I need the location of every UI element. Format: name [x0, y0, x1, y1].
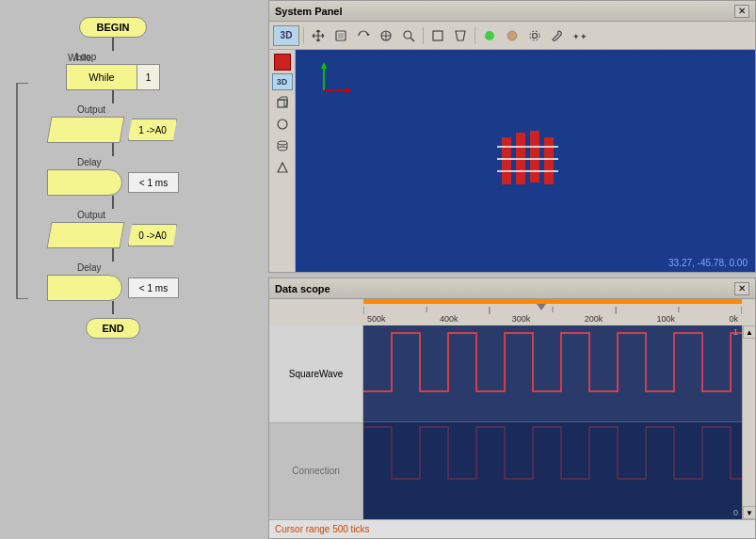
output2-label: Output	[77, 210, 105, 220]
system-panel: System Panel ✕ 3D	[268, 0, 756, 273]
svg-point-20	[278, 119, 287, 129]
svg-marker-28	[321, 62, 327, 69]
toolbar-separator-1	[303, 27, 304, 44]
svg-marker-30	[346, 87, 352, 93]
scope-progress-bar	[363, 299, 742, 304]
scope-signal-name: SquareWave	[289, 369, 343, 379]
tick-500k: 500k	[367, 314, 386, 324]
scrollbar-track	[743, 339, 755, 506]
begin-node: BEGIN	[79, 17, 148, 38]
red-square-icon[interactable]	[274, 54, 291, 71]
scope-chart-top: 1	[363, 325, 742, 422]
system-panel-close-btn[interactable]: ✕	[734, 5, 749, 18]
tick-100k: 100k	[657, 314, 676, 324]
toolbar-wrench-icon[interactable]	[547, 25, 568, 46]
svg-rect-31	[502, 137, 511, 184]
coord-display: 33.27, -45.78, 0.00	[668, 258, 748, 268]
svg-point-16	[530, 31, 539, 40]
axes-display	[305, 57, 357, 109]
toolbar-pan-icon[interactable]	[376, 25, 396, 46]
scope-chart-bottom: 0	[363, 422, 742, 519]
toolbar-extra-icon[interactable]: ✦✦	[570, 25, 590, 46]
output2-val: 0 ->A0	[138, 230, 167, 241]
c6	[112, 301, 114, 314]
square-wave-bottom-svg	[363, 422, 742, 519]
svg-point-14	[507, 31, 517, 40]
delay2-node: < 1 ms	[47, 275, 179, 301]
scope-scrollbar[interactable]: ▲ ▼	[742, 325, 755, 519]
scope-close-btn[interactable]: ✕	[734, 282, 749, 295]
connector-line	[112, 38, 114, 51]
delay1-label: Delay	[77, 157, 102, 167]
toolbar-box-icon[interactable]	[427, 25, 448, 46]
scrollbar-up-btn[interactable]: ▲	[743, 325, 755, 339]
svg-marker-19	[278, 97, 287, 107]
toolbar-settings-icon[interactable]	[524, 25, 545, 46]
output1-para	[47, 117, 125, 143]
while-val: 1	[146, 72, 152, 83]
svg-point-21	[278, 141, 287, 145]
toolbar-green-icon[interactable]	[479, 25, 500, 46]
while-box: While	[66, 64, 137, 90]
delay2-val: < 1 ms	[139, 283, 168, 293]
scope-tick-labels: 500k 400k 300k 200k 100k 0k	[363, 314, 742, 324]
svg-point-15	[533, 33, 538, 38]
cylinder-icon[interactable]	[273, 136, 292, 155]
delay2-label: Delay	[77, 262, 102, 273]
output2-node: 0 ->A0	[49, 222, 177, 248]
square-wave-svg	[363, 325, 742, 421]
toolbar-perspective-icon[interactable]	[450, 25, 471, 46]
tick-0k: 0k	[729, 314, 738, 324]
system-panel-toolbar: 3D	[269, 22, 755, 50]
scope-chart-area: 1 0	[363, 325, 742, 519]
delay1-node: < 1 ms	[47, 169, 179, 196]
output2-box: 0 ->A0	[128, 224, 177, 246]
triangle-icon[interactable]	[273, 158, 292, 177]
scope-content: SquareWave Connection 1 0	[269, 325, 755, 519]
output1-node: 1 ->A0	[49, 117, 177, 143]
sphere-left-icon[interactable]	[273, 115, 292, 134]
output1-val: 1 ->A0	[138, 125, 167, 135]
tick-marks-svg	[363, 307, 742, 314]
svg-rect-11	[433, 31, 442, 40]
svg-marker-5	[366, 34, 370, 36]
svg-point-9	[404, 31, 411, 39]
while-header-label: While	[68, 53, 91, 63]
system-panel-body: 3D	[269, 50, 755, 272]
loop-bracket-svg	[11, 83, 32, 299]
svg-rect-34	[544, 137, 554, 184]
system-panel-title: System Panel	[275, 6, 343, 17]
delay1-val: < 1 ms	[139, 178, 168, 188]
svg-marker-25	[278, 163, 287, 172]
toolbar-sphere-icon[interactable]	[502, 25, 523, 46]
scope-body: 500k 400k 300k 200k 100k 0k	[269, 299, 755, 538]
3d-view-btn[interactable]: 3D	[272, 73, 293, 90]
toolbar-separator-3	[475, 27, 475, 44]
scope-connection-label: Connection	[292, 466, 340, 476]
while-text: While	[88, 71, 115, 83]
scope-title: Data scope	[275, 283, 330, 294]
svg-point-24	[278, 147, 287, 151]
svg-point-13	[485, 31, 494, 40]
toolbar-move-icon[interactable]	[308, 25, 329, 46]
toolbar-select-icon[interactable]	[330, 25, 351, 46]
svg-rect-4	[338, 33, 344, 39]
tick-400k: 400k	[440, 314, 458, 324]
toolbar-rotate-icon[interactable]	[353, 25, 374, 46]
viewport: 33.27, -45.78, 0.00	[296, 50, 755, 272]
tick-200k: 200k	[585, 314, 603, 324]
svg-marker-12	[456, 31, 465, 40]
toolbar-3d-button[interactable]: 3D	[273, 25, 299, 46]
toolbar-zoom-icon[interactable]	[398, 25, 419, 46]
end-node: END	[86, 318, 139, 339]
svg-line-10	[410, 38, 414, 41]
c2	[112, 90, 114, 103]
box-3d-icon[interactable]	[273, 93, 292, 112]
while-value-box: 1	[137, 64, 160, 90]
scope-left-panel: SquareWave Connection	[269, 325, 363, 519]
scrollbar-down-btn[interactable]: ▼	[743, 506, 755, 519]
scope-connection-row: Connection	[269, 423, 362, 520]
tick-300k: 300k	[512, 314, 531, 324]
scope-signal-row: SquareWave	[269, 325, 362, 423]
c3	[112, 143, 114, 156]
